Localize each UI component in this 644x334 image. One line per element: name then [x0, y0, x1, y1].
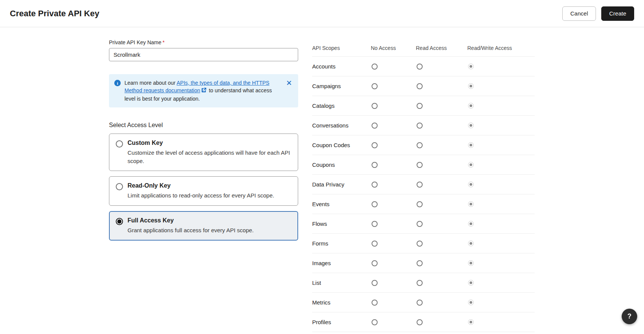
read-access-radio[interactable] — [417, 182, 423, 188]
scope-label: List — [312, 280, 371, 286]
read-write-access-radio[interactable] — [468, 260, 474, 266]
read-access-radio[interactable] — [417, 280, 423, 286]
no-access-radio[interactable] — [372, 162, 378, 168]
access-level-section-label: Select Access Level — [109, 122, 298, 129]
external-link-icon — [201, 87, 206, 95]
custom-key-option[interactable]: Custom Key Customize the level of access… — [109, 134, 298, 171]
read-write-access-cell — [467, 162, 535, 168]
option-description: Grant applications full access for every… — [128, 226, 291, 235]
read-write-access-radio[interactable] — [468, 123, 474, 128]
column-header-no-access: No Access — [371, 45, 416, 51]
table-row: Metrics — [312, 293, 535, 312]
read-write-access-radio[interactable] — [468, 162, 474, 168]
info-alert-text: Learn more about our APIs, the types of … — [124, 79, 279, 103]
read-write-access-cell — [467, 182, 535, 187]
no-access-radio[interactable] — [372, 319, 378, 325]
scope-label: Conversations — [312, 122, 371, 129]
read-write-access-cell — [467, 64, 535, 69]
read-write-access-radio[interactable] — [468, 201, 474, 207]
table-header-row: API Scopes No Access Read Access Read/Wr… — [312, 39, 535, 57]
help-button[interactable]: ? — [622, 309, 637, 324]
info-icon: i — [114, 80, 121, 86]
no-access-radio[interactable] — [372, 201, 378, 207]
table-row: Profiles — [312, 312, 535, 332]
create-button[interactable]: Create — [601, 6, 634, 21]
header-actions: Cancel Create — [562, 6, 634, 21]
read-access-radio[interactable] — [417, 83, 423, 89]
api-scopes-table: API Scopes No Access Read Access Read/Wr… — [312, 39, 535, 332]
read-only-key-radio[interactable] — [116, 183, 123, 190]
no-access-radio[interactable] — [372, 260, 378, 266]
read-access-cell — [416, 182, 467, 188]
scope-label: Flows — [312, 221, 371, 227]
read-access-radio[interactable] — [417, 103, 423, 109]
full-access-key-radio[interactable] — [116, 218, 123, 225]
required-asterisk: * — [163, 39, 165, 45]
no-access-radio[interactable] — [372, 182, 378, 188]
no-access-radio[interactable] — [372, 142, 378, 148]
table-row: Conversations — [312, 116, 535, 135]
read-write-access-cell — [467, 83, 535, 89]
read-access-radio[interactable] — [417, 241, 423, 247]
read-access-cell — [416, 64, 467, 70]
table-row: Flows — [312, 214, 535, 234]
no-access-cell — [371, 64, 416, 70]
full-access-key-option[interactable]: Full Access Key Grant applications full … — [109, 211, 298, 241]
read-write-access-radio[interactable] — [468, 280, 474, 286]
read-write-access-radio[interactable] — [468, 221, 474, 227]
read-only-key-option[interactable]: Read-Only Key Limit applications to read… — [109, 176, 298, 206]
no-access-radio[interactable] — [372, 103, 378, 109]
read-access-cell — [416, 103, 467, 109]
no-access-radio[interactable] — [372, 300, 378, 306]
no-access-radio[interactable] — [372, 280, 378, 286]
scope-label: Forms — [312, 240, 371, 247]
read-write-access-cell — [467, 319, 535, 325]
api-key-name-label-text: Private API Key Name — [109, 39, 162, 45]
no-access-cell — [371, 260, 416, 266]
no-access-radio[interactable] — [372, 123, 378, 129]
cancel-button[interactable]: Cancel — [562, 6, 596, 21]
no-access-radio[interactable] — [372, 83, 378, 89]
full-access-key-text: Full Access Key Grant applications full … — [128, 217, 291, 235]
read-access-radio[interactable] — [417, 300, 423, 306]
scope-label: Events — [312, 201, 371, 207]
column-header-api-scopes: API Scopes — [312, 45, 371, 51]
read-write-access-radio[interactable] — [468, 64, 474, 69]
read-write-access-cell — [467, 260, 535, 266]
close-icon[interactable]: ✕ — [286, 79, 292, 87]
read-access-radio[interactable] — [417, 64, 423, 70]
read-write-access-radio[interactable] — [468, 142, 474, 148]
read-write-access-radio[interactable] — [468, 182, 474, 187]
read-write-access-cell — [467, 103, 535, 109]
scope-label: Data Privacy — [312, 181, 371, 188]
read-access-cell — [416, 300, 467, 306]
no-access-radio[interactable] — [372, 241, 378, 247]
read-write-access-radio[interactable] — [468, 319, 474, 325]
no-access-cell — [371, 182, 416, 188]
read-write-access-radio[interactable] — [468, 103, 474, 109]
read-access-radio[interactable] — [417, 123, 423, 129]
custom-key-text: Custom Key Customize the level of access… — [128, 140, 291, 165]
read-access-radio[interactable] — [417, 319, 423, 325]
no-access-cell — [371, 300, 416, 306]
read-access-radio[interactable] — [417, 201, 423, 207]
read-access-radio[interactable] — [417, 162, 423, 168]
no-access-radio[interactable] — [372, 64, 378, 70]
read-write-access-radio[interactable] — [468, 241, 474, 246]
table-row: Coupons — [312, 155, 535, 175]
read-access-radio[interactable] — [417, 142, 423, 148]
read-access-cell — [416, 162, 467, 168]
read-write-access-radio[interactable] — [468, 300, 474, 305]
option-title: Custom Key — [128, 140, 291, 146]
custom-key-radio[interactable] — [116, 140, 123, 148]
scope-label: Accounts — [312, 63, 371, 70]
info-text-before: Learn more about our — [124, 80, 177, 86]
read-write-access-radio[interactable] — [468, 83, 474, 89]
option-title: Read-Only Key — [128, 182, 291, 189]
no-access-cell — [371, 201, 416, 207]
read-access-radio[interactable] — [417, 260, 423, 266]
no-access-radio[interactable] — [372, 221, 378, 227]
read-only-key-text: Read-Only Key Limit applications to read… — [128, 182, 291, 200]
api-key-name-input[interactable] — [109, 48, 298, 61]
read-access-radio[interactable] — [417, 221, 423, 227]
